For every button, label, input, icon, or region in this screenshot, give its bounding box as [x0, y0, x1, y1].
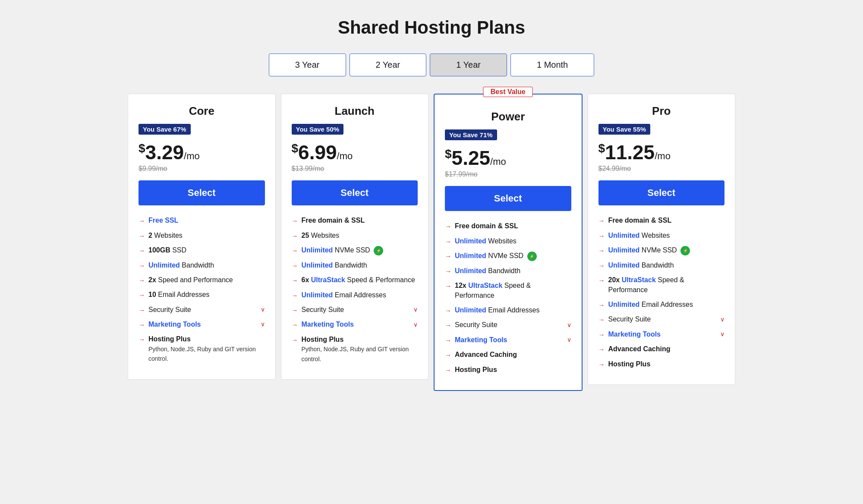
- arrow-icon: →: [139, 290, 145, 299]
- arrow-icon: →: [139, 320, 145, 329]
- feature-item: → Unlimited Bandwidth: [139, 261, 265, 270]
- tab-3year[interactable]: 3 Year: [269, 54, 346, 76]
- feature-item: → Security Suite ∨: [445, 320, 571, 330]
- chevron-down-icon[interactable]: ∨: [261, 320, 265, 329]
- arrow-icon: →: [598, 231, 605, 240]
- arrow-icon: →: [445, 306, 451, 315]
- feature-item: → Free domain & SSL: [292, 216, 418, 225]
- plan-launch-original-price: $13.99/mo: [292, 165, 418, 173]
- feature-item: → Unlimited Email Addresses: [445, 306, 571, 315]
- plan-pro-save: You Save 55%: [598, 124, 651, 135]
- arrow-icon: →: [139, 231, 145, 240]
- plans-container: Core You Save 67% $3.29/mo $9.99/mo Sele…: [125, 94, 738, 391]
- feature-item: → 2x Speed and Performance: [139, 275, 265, 285]
- arrow-icon: →: [598, 330, 605, 339]
- arrow-icon: →: [292, 335, 298, 344]
- arrow-icon: →: [445, 252, 451, 261]
- feature-item: → 2 Websites: [139, 231, 265, 240]
- chevron-down-icon[interactable]: ∨: [567, 321, 571, 330]
- feature-item: → Free domain & SSL: [445, 221, 571, 231]
- tab-2year[interactable]: 2 Year: [350, 54, 427, 76]
- arrow-icon: →: [139, 276, 145, 285]
- feature-item: → Unlimited Email Addresses: [292, 290, 418, 300]
- arrow-icon: →: [445, 350, 451, 359]
- feature-item: → Hosting Plus: [445, 365, 571, 375]
- chevron-down-icon[interactable]: ∨: [567, 336, 571, 344]
- chevron-down-icon[interactable]: ∨: [413, 306, 418, 314]
- arrow-icon: →: [139, 261, 145, 270]
- arrow-icon: →: [598, 345, 605, 354]
- feature-item: → Marketing Tools ∨: [598, 330, 725, 339]
- feature-item: → Unlimited Bandwidth: [598, 261, 725, 270]
- plan-launch-save: You Save 50%: [292, 124, 344, 135]
- plan-power-save: You Save 71%: [445, 129, 497, 140]
- plan-pro-features: → Free domain & SSL → Unlimited Websites…: [598, 216, 725, 369]
- plan-core-features: → Free SSL → 2 Websites → 100GB SSD → Un…: [139, 216, 265, 363]
- feature-item: → Security Suite ∨: [139, 305, 265, 315]
- arrow-icon: →: [598, 315, 605, 324]
- tab-1month[interactable]: 1 Month: [510, 54, 594, 76]
- feature-item: → Marketing Tools ∨: [139, 320, 265, 329]
- tab-1year[interactable]: 1 Year: [430, 54, 507, 76]
- plan-pro-original-price: $24.99/mo: [598, 165, 725, 173]
- plan-power-name: Power: [445, 110, 571, 123]
- arrow-icon: →: [598, 276, 605, 285]
- feature-item: → Unlimited Bandwidth: [292, 261, 418, 270]
- arrow-icon: →: [139, 306, 145, 315]
- arrow-icon: →: [445, 365, 451, 375]
- feature-item: → Free domain & SSL: [598, 216, 725, 225]
- feature-item: → Unlimited Websites: [445, 236, 571, 246]
- arrow-icon: →: [598, 216, 605, 225]
- plan-pro: Pro You Save 55% $11.25/mo $24.99/mo Sel…: [588, 94, 736, 385]
- speed-icon: ⚡: [527, 252, 537, 261]
- plan-launch-price: $6.99/mo: [292, 142, 418, 162]
- chevron-down-icon[interactable]: ∨: [261, 306, 265, 314]
- arrow-icon: →: [139, 216, 145, 225]
- arrow-icon: →: [445, 267, 451, 276]
- best-value-badge: Best Value: [483, 87, 533, 97]
- plan-power-features: → Free domain & SSL → Unlimited Websites…: [445, 221, 571, 375]
- arrow-icon: →: [292, 246, 298, 255]
- plan-core: Core You Save 67% $3.29/mo $9.99/mo Sele…: [128, 94, 276, 380]
- feature-item: → Unlimited Bandwidth: [445, 266, 571, 276]
- arrow-icon: →: [445, 281, 451, 290]
- arrow-icon: →: [598, 300, 605, 309]
- feature-item: → Unlimited Websites: [598, 231, 725, 240]
- plan-core-price: $3.29/mo: [139, 142, 265, 162]
- feature-item: → 100GB SSD: [139, 246, 265, 255]
- feature-item: → 12x UltraStack Speed & Performance: [445, 281, 571, 300]
- chevron-down-icon[interactable]: ∨: [720, 330, 724, 339]
- feature-item: → 20x UltraStack Speed & Performance: [598, 275, 725, 295]
- arrow-icon: →: [292, 291, 298, 300]
- chevron-down-icon[interactable]: ∨: [413, 321, 418, 329]
- plan-pro-select[interactable]: Select: [598, 180, 725, 205]
- arrow-icon: →: [292, 231, 298, 240]
- feature-item: → Hosting PlusPython, Node.JS, Ruby and …: [292, 335, 418, 364]
- arrow-icon: →: [292, 276, 298, 285]
- plan-power-original-price: $17.99/mo: [445, 170, 571, 178]
- arrow-icon: →: [445, 237, 451, 246]
- page-title: Shared Hosting Plans: [9, 17, 854, 38]
- plan-power-select[interactable]: Select: [445, 186, 571, 211]
- billing-tabs: 3 Year 2 Year 1 Year 1 Month: [9, 54, 854, 76]
- plan-core-name: Core: [139, 104, 265, 118]
- feature-item: → 25 Websites: [292, 231, 418, 240]
- feature-item: → Security Suite ∨: [598, 315, 725, 324]
- arrow-icon: →: [292, 261, 298, 270]
- plan-core-original-price: $9.99/mo: [139, 165, 265, 173]
- plan-pro-price: $11.25/mo: [598, 142, 725, 162]
- plan-launch-select[interactable]: Select: [292, 180, 418, 205]
- arrow-icon: →: [445, 336, 451, 345]
- feature-item: → Free SSL: [139, 216, 265, 225]
- feature-item: → Security Suite ∨: [292, 305, 418, 315]
- arrow-icon: →: [292, 320, 298, 329]
- chevron-down-icon[interactable]: ∨: [720, 315, 724, 324]
- arrow-icon: →: [598, 360, 605, 369]
- plan-launch: Launch You Save 50% $6.99/mo $13.99/mo S…: [281, 94, 429, 380]
- plan-launch-features: → Free domain & SSL → 25 Websites → Unli…: [292, 216, 418, 364]
- feature-item: → 6x UltraStack Speed & Performance: [292, 275, 418, 285]
- feature-item: → Unlimited NVMe SSD ⚡: [445, 251, 571, 261]
- plan-core-select[interactable]: Select: [139, 180, 265, 205]
- plan-core-save: You Save 67%: [139, 124, 191, 135]
- feature-item: → Hosting PlusPython, Node.JS, Ruby and …: [139, 334, 265, 363]
